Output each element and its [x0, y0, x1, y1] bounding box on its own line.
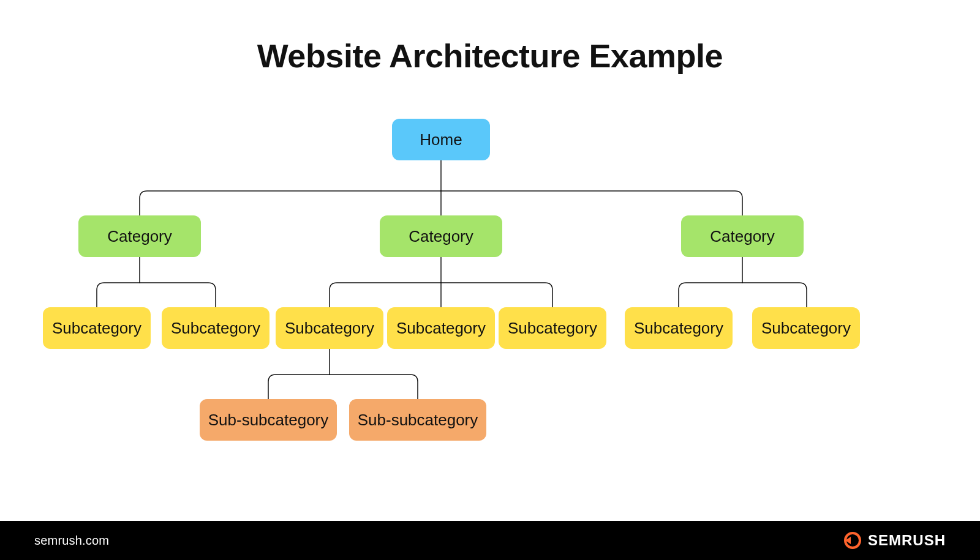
node-label: Sub-subcategory [358, 411, 478, 430]
node-home: Home [392, 119, 490, 160]
brand-name: SEMRUSH [868, 532, 946, 549]
node-subcategory: Subcategory [625, 307, 733, 349]
node-label: Subcategory [52, 319, 141, 338]
node-label: Category [107, 227, 172, 246]
node-category-1: Category [78, 215, 201, 257]
node-subcategory: Subcategory [43, 307, 151, 349]
node-label: Sub-subcategory [208, 411, 329, 430]
page-title: Website Architecture Example [0, 37, 980, 75]
node-label: Category [409, 227, 473, 246]
node-label: Subcategory [396, 319, 486, 338]
node-label: Subcategory [508, 319, 597, 338]
node-subcategory: Subcategory [162, 307, 270, 349]
connector-lines [0, 0, 980, 560]
brand-icon [843, 531, 862, 550]
node-label: Subcategory [285, 319, 374, 338]
node-category-3: Category [681, 215, 804, 257]
node-label: Subcategory [761, 319, 851, 338]
footer-url: semrush.com [34, 534, 109, 548]
node-subcategory: Subcategory [387, 307, 495, 349]
footer-bar: semrush.com SEMRUSH [0, 521, 980, 560]
node-label: Category [710, 227, 775, 246]
node-sub-subcategory: Sub-subcategory [349, 399, 486, 441]
footer-brand: SEMRUSH [843, 531, 946, 550]
node-subcategory: Subcategory [276, 307, 383, 349]
diagram-canvas: Website Architecture Example [0, 0, 980, 560]
node-label: Home [420, 130, 462, 149]
node-subcategory: Subcategory [752, 307, 860, 349]
node-subcategory: Subcategory [499, 307, 606, 349]
node-category-2: Category [380, 215, 502, 257]
node-label: Subcategory [171, 319, 260, 338]
node-label: Subcategory [634, 319, 723, 338]
node-sub-subcategory: Sub-subcategory [200, 399, 337, 441]
